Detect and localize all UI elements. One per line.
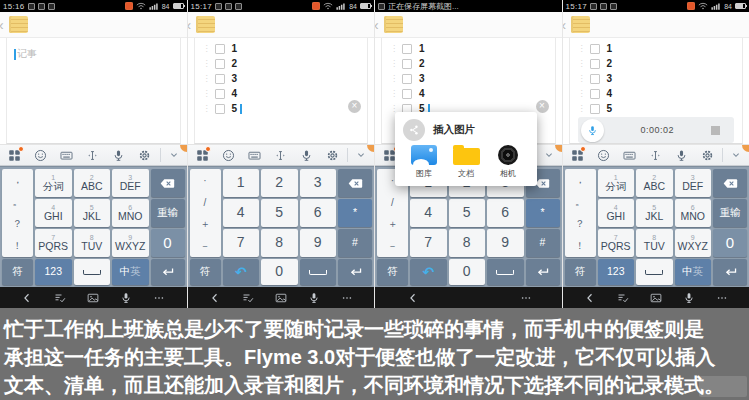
back-chevron[interactable]: ‹: [374, 18, 379, 32]
keyboard-key[interactable]: 123: [598, 259, 635, 285]
keyboard-key[interactable]: 9: [300, 229, 337, 257]
checkbox[interactable]: [590, 74, 600, 84]
emoji-icon[interactable]: [28, 149, 54, 162]
mic-icon[interactable]: [120, 292, 132, 304]
apps-grid-icon[interactable]: [565, 149, 591, 162]
checkbox[interactable]: [402, 44, 412, 54]
checklist-icon[interactable]: [242, 292, 254, 304]
back-icon[interactable]: [21, 292, 33, 304]
keyboard-key[interactable]: [713, 169, 747, 197]
keyboard-key[interactable]: 0: [261, 259, 298, 285]
checklist-row[interactable]: ⋮5: [570, 101, 743, 116]
back-chevron[interactable]: ‹: [562, 18, 567, 32]
keyboard-key[interactable]: 5JKL: [636, 199, 673, 227]
keyboard-key[interactable]: 7: [410, 229, 447, 257]
keyboard-key[interactable]: 5JKL: [74, 199, 111, 227]
keyboard-key[interactable]: #: [338, 229, 372, 257]
drag-handle-icon[interactable]: ⋮: [390, 90, 395, 98]
drag-handle-icon[interactable]: ⋮: [203, 105, 208, 113]
keyboard-key[interactable]: 4GHI: [598, 199, 635, 227]
clear-button[interactable]: ×: [348, 100, 361, 113]
keyboard-key[interactable]: [487, 259, 524, 285]
keyboard-key[interactable]: 1: [223, 169, 260, 197]
keyboard-key[interactable]: [338, 169, 372, 197]
keyboard-icon[interactable]: [241, 149, 267, 162]
checklist-row[interactable]: ⋮3: [195, 71, 368, 86]
punctuation-keys[interactable]: ·/＋－: [190, 169, 221, 257]
keyboard-key[interactable]: 0: [151, 229, 185, 257]
keyboard-key[interactable]: 符: [2, 259, 33, 285]
keyboard-key[interactable]: 2ABC: [74, 169, 111, 197]
keyboard-key[interactable]: 2ABC: [636, 169, 673, 197]
drag-handle-icon[interactable]: ⋮: [390, 75, 395, 83]
checklist-row[interactable]: ⋮1: [195, 41, 368, 56]
checklist-row[interactable]: ⋮4: [382, 86, 555, 101]
checklist-row[interactable]: ⋮4: [570, 86, 743, 101]
mic-icon[interactable]: [293, 149, 319, 162]
keyboard-key[interactable]: *: [526, 199, 560, 227]
drag-handle-icon[interactable]: ⋮: [578, 90, 583, 98]
drag-handle-icon[interactable]: ⋮: [390, 45, 395, 53]
checkbox[interactable]: [215, 74, 225, 84]
popup-option-camera[interactable]: 相机: [492, 145, 524, 179]
drag-handle-icon[interactable]: ⋮: [578, 75, 583, 83]
keyboard-key[interactable]: [526, 259, 560, 285]
keyboard-key[interactable]: 0: [449, 259, 486, 285]
keyboard-key[interactable]: 8TUV: [636, 229, 673, 257]
more-icon[interactable]: [153, 292, 165, 304]
checklist-row[interactable]: ⋮5: [195, 101, 368, 116]
keyboard-key[interactable]: *: [338, 199, 372, 227]
keyboard-key[interactable]: 6MNO: [675, 199, 712, 227]
text-cursor-icon[interactable]: [267, 149, 293, 162]
keyboard-key[interactable]: 4: [223, 199, 260, 227]
keyboard-key[interactable]: 3DEF: [112, 169, 149, 197]
apps-grid-icon[interactable]: [190, 149, 216, 162]
keyboard-key[interactable]: [151, 259, 185, 285]
drag-handle-icon[interactable]: ⋮: [578, 105, 583, 113]
keyboard-key[interactable]: [151, 169, 185, 197]
keyboard-key[interactable]: [300, 259, 337, 285]
keyboard-key[interactable]: ↶: [223, 259, 260, 285]
drag-handle-icon[interactable]: ⋮: [203, 75, 208, 83]
text-cursor-icon[interactable]: [80, 149, 106, 162]
checkbox[interactable]: [402, 89, 412, 99]
keyboard-key[interactable]: #: [526, 229, 560, 257]
settings-icon[interactable]: [132, 149, 158, 162]
keyboard-key[interactable]: 6: [487, 199, 524, 227]
mic-icon[interactable]: [668, 149, 694, 162]
keyboard-key[interactable]: 9: [487, 229, 524, 257]
checklist-row[interactable]: ⋮3: [382, 71, 555, 86]
checklist-row[interactable]: ⋮2: [195, 56, 368, 71]
keyboard-key[interactable]: 6: [300, 199, 337, 227]
checklist-row[interactable]: ⋮2: [570, 56, 743, 71]
keyboard-key[interactable]: [713, 259, 747, 285]
chevron-down-icon[interactable]: [350, 149, 372, 161]
checkbox[interactable]: [590, 89, 600, 99]
drag-handle-icon[interactable]: ⋮: [203, 60, 208, 68]
mic-button[interactable]: [581, 119, 604, 142]
checklist-row[interactable]: ⋮2: [382, 56, 555, 71]
keyboard-key[interactable]: 0: [713, 229, 747, 257]
checklist-icon[interactable]: [617, 292, 629, 304]
keyboard-key[interactable]: 符: [190, 259, 221, 285]
keyboard-key[interactable]: 3DEF: [675, 169, 712, 197]
keyboard-key[interactable]: 5: [261, 199, 298, 227]
checkbox[interactable]: [590, 59, 600, 69]
keyboard-key[interactable]: 1分词: [35, 169, 72, 197]
back-icon[interactable]: [584, 292, 596, 304]
keyboard-key[interactable]: 4: [410, 199, 447, 227]
keyboard-key[interactable]: [338, 259, 372, 285]
chevron-down-icon[interactable]: [163, 149, 185, 161]
checkbox[interactable]: [402, 74, 412, 84]
mic-icon[interactable]: [683, 292, 695, 304]
image-icon[interactable]: [87, 292, 99, 304]
back-chevron[interactable]: ‹: [187, 18, 192, 32]
note-input[interactable]: 记事: [7, 38, 180, 70]
settings-icon[interactable]: [319, 149, 345, 162]
keyboard-key[interactable]: 6MNO: [112, 199, 149, 227]
emoji-icon[interactable]: [215, 149, 241, 162]
back-icon[interactable]: [209, 292, 221, 304]
keyboard-key[interactable]: 2: [261, 169, 298, 197]
clear-button[interactable]: ×: [536, 100, 549, 113]
keyboard-key[interactable]: 4GHI: [35, 199, 72, 227]
